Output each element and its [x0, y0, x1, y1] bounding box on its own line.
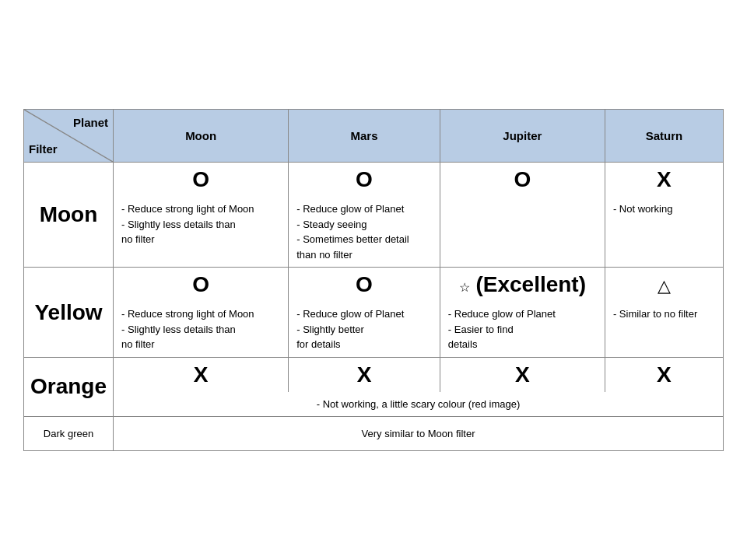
corner-header: Planet Filter: [24, 110, 114, 163]
moon-mars-symbol: O: [289, 163, 440, 198]
col-mars: Mars: [289, 110, 440, 163]
planet-filter-table: Planet Filter Moon Mars Jupiter Saturn M…: [23, 109, 724, 451]
moon-mars-desc: - Reduce glow of Planet - Steady seeing …: [289, 197, 440, 268]
filter-moon-label: Moon: [24, 163, 114, 268]
corner-top-label: Planet: [29, 116, 108, 129]
darkgreen-row: Dark green Very similar to Moon filter: [24, 416, 724, 450]
orange-saturn-symbol: X: [605, 357, 723, 392]
corner-bottom-label: Filter: [29, 142, 108, 156]
moon-moon-symbol: O: [114, 163, 289, 198]
yellow-moon-symbol: O: [114, 268, 289, 303]
filter-orange-label: Orange: [24, 357, 114, 416]
col-saturn: Saturn: [605, 110, 723, 163]
yellow-symbol-row: Yellow O O ☆ (Excellent) △: [24, 268, 724, 303]
orange-mars-symbol: X: [289, 357, 440, 392]
orange-note-row: - Not working, a little scary colour (re…: [24, 392, 724, 417]
orange-jupiter-symbol: X: [440, 357, 605, 392]
comparison-table-wrapper: Planet Filter Moon Mars Jupiter Saturn M…: [23, 109, 724, 451]
col-moon: Moon: [114, 110, 289, 163]
filter-yellow-label: Yellow: [24, 268, 114, 358]
moon-jupiter-symbol: O: [440, 163, 605, 198]
filter-darkgreen-label: Dark green: [24, 416, 114, 450]
header-row: Planet Filter Moon Mars Jupiter Saturn: [24, 110, 724, 163]
moon-jupiter-desc: [440, 197, 605, 268]
excellent-star-icon: ☆: [459, 281, 470, 294]
orange-moon-symbol: X: [114, 357, 289, 392]
orange-note-text: - Not working, a little scary colour (re…: [114, 392, 724, 417]
yellow-mars-desc: - Reduce glow of Planet - Slightly bette…: [289, 302, 440, 357]
col-jupiter: Jupiter: [440, 110, 605, 163]
moon-moon-desc: - Reduce strong light of Moon - Slightly…: [114, 197, 289, 268]
yellow-jupiter-desc: - Reduce glow of Planet - Easier to find…: [440, 302, 605, 357]
excellent-label: (Excellent): [470, 272, 586, 296]
yellow-moon-desc: - Reduce strong light of Moon - Slightly…: [114, 302, 289, 357]
darkgreen-note-text: Very similar to Moon filter: [114, 416, 724, 450]
moon-saturn-symbol: X: [605, 163, 723, 198]
moon-symbol-row: Moon O O O X: [24, 163, 724, 198]
yellow-mars-symbol: O: [289, 268, 440, 303]
yellow-jupiter-symbol: ☆ (Excellent): [440, 268, 605, 303]
moon-desc-row: - Reduce strong light of Moon - Slightly…: [24, 197, 724, 268]
yellow-saturn-desc: - Similar to no filter: [605, 302, 723, 357]
yellow-desc-row: - Reduce strong light of Moon - Slightly…: [24, 302, 724, 357]
orange-symbol-row: Orange X X X X: [24, 357, 724, 392]
yellow-saturn-symbol: △: [605, 268, 723, 303]
moon-saturn-desc: - Not working: [605, 197, 723, 268]
triangle-icon: △: [658, 276, 671, 296]
